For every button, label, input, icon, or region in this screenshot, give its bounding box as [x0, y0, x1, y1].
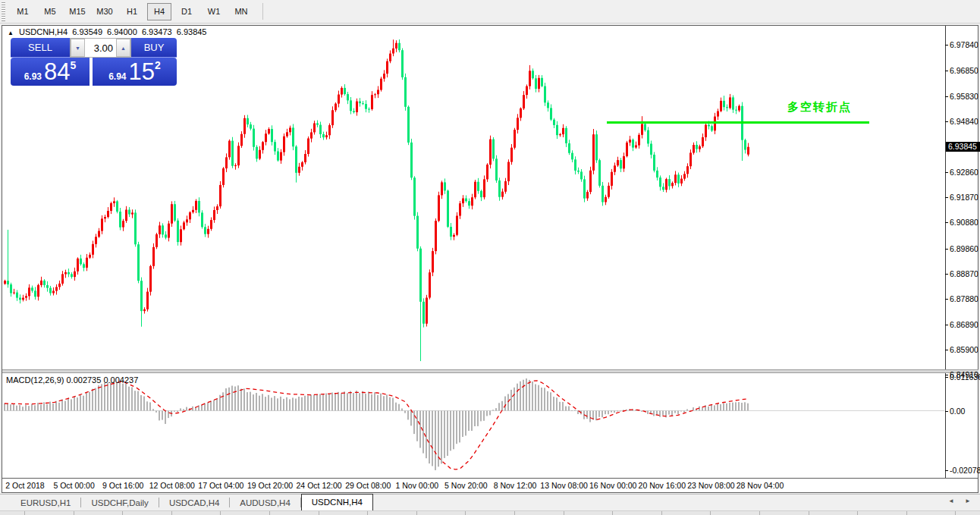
volume-decrease-button[interactable]: ▼ [71, 39, 85, 57]
sell-button[interactable]: 6.93 84 5 [11, 58, 90, 86]
sell-tab-label: SELL [11, 38, 70, 58]
buy-price-sup: 2 [155, 59, 161, 71]
bottom-ruler-strip [0, 510, 980, 515]
chart-symbol-label: USDCNH,H4 [19, 27, 68, 36]
date-axis-separator [2, 478, 978, 479]
volume-input[interactable]: 3.00 [85, 39, 116, 57]
trendline-annotation-text: 多空转折点 [787, 100, 852, 115]
volume-increase-button[interactable]: ▲ [116, 39, 130, 57]
collapse-triangle-icon[interactable]: ▲ [8, 30, 14, 36]
tab-scroll-right-icon[interactable]: ► [965, 498, 975, 504]
sell-price-big: 84 [44, 60, 70, 83]
bar-open-value: 6.93549 [72, 27, 102, 36]
bar-high-value: 6.94000 [107, 27, 137, 36]
chart-header: ▲ USDCNH,H4 6.93549 6.94000 6.93473 6.93… [8, 27, 209, 36]
tab-scroll-buttons: ◄ ► [948, 498, 975, 504]
chevron-up-icon: ▲ [121, 46, 126, 51]
chart-tab-usdcad-h4[interactable]: USDCAD,H4 [159, 495, 229, 510]
chart-tab-eurusd-h1[interactable]: EURUSD,H1 [11, 495, 80, 510]
candles-group [4, 39, 749, 361]
one-click-trading-panel: SELL BUY ▼ 3.00 ▲ 6.93 84 5 6.94 15 2 [11, 38, 177, 86]
chevron-down-icon: ▼ [75, 46, 80, 51]
buy-button[interactable]: 6.94 15 2 [93, 58, 177, 86]
tab-scroll-left-icon[interactable]: ◄ [948, 498, 959, 504]
sell-price-sup: 5 [71, 59, 77, 71]
macd-indicator-label: MACD(12,26,9) 0.002735 0.004237 [6, 375, 138, 385]
volume-stepper: ▼ 3.00 ▲ [70, 38, 131, 58]
sell-price-prefix: 6.93 [24, 71, 42, 82]
buy-price-prefix: 6.94 [108, 71, 126, 82]
price-axis-separator[interactable] [945, 26, 946, 478]
chart-tab-usdchf-daily[interactable]: USDCHF,Daily [81, 495, 158, 510]
chart-tab-usdcnh-h4[interactable]: USDCNH,H4 [301, 494, 373, 510]
chart-tab-audusd-h4[interactable]: AUDUSD,H4 [230, 495, 300, 510]
chart-tab-bar: EURUSD,H1USDCHF,DailyUSDCAD,H4AUDUSD,H4U… [0, 494, 980, 510]
buy-price-big: 15 [129, 60, 155, 83]
macd-histogram-group [4, 378, 749, 470]
bar-low-value: 6.93473 [142, 27, 172, 36]
buy-tab-label: BUY [131, 38, 177, 58]
bar-close-value: 6.93845 [177, 27, 207, 36]
macd-panel-divider[interactable] [2, 369, 978, 373]
